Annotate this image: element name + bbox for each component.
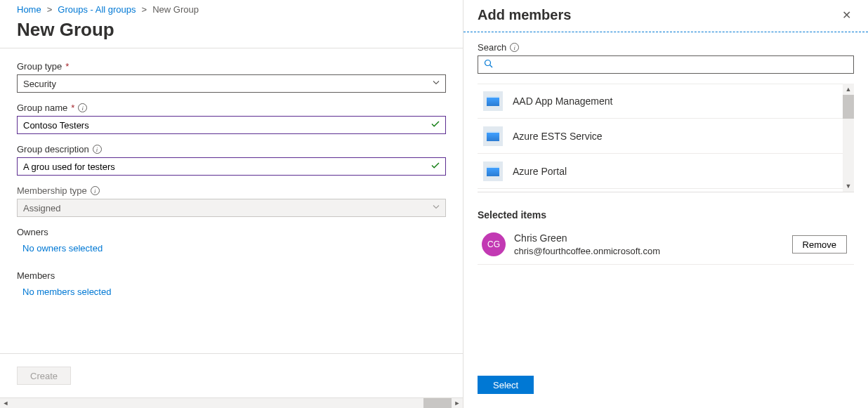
panel-title: Add members (478, 7, 571, 23)
group-type-label: Group type (17, 61, 62, 72)
result-name: Azure ESTS Service (513, 131, 603, 142)
result-name: Azure Portal (513, 166, 567, 177)
avatar: CG (482, 232, 506, 256)
selected-email: chris@fourthcoffee.onmicrosoft.com (514, 245, 792, 258)
check-icon (430, 119, 440, 131)
info-icon[interactable]: i (91, 186, 100, 195)
create-button[interactable]: Create (17, 367, 71, 385)
search-label: Search (478, 42, 506, 53)
owners-label: Owners (17, 227, 446, 237)
check-icon (430, 161, 440, 173)
horizontal-scrollbar[interactable]: ◄ ► (0, 397, 463, 408)
membership-type-label: Membership type (17, 185, 87, 196)
result-row[interactable]: Azure Portal (478, 154, 843, 189)
scroll-up-icon[interactable]: ▲ (843, 84, 854, 95)
page-title: New Group (0, 18, 463, 48)
breadcrumb-current: New Group (152, 4, 199, 15)
group-name-field[interactable] (17, 116, 446, 134)
group-type-select[interactable]: Security (17, 74, 446, 93)
breadcrumb: Home > Groups - All groups > New Group (0, 0, 463, 18)
app-icon (483, 162, 503, 181)
selected-name: Chris Green (514, 232, 792, 245)
scrollbar-thumb[interactable] (423, 398, 452, 408)
breadcrumb-home[interactable]: Home (17, 4, 41, 15)
search-input[interactable] (497, 59, 848, 71)
svg-line-1 (490, 65, 493, 68)
result-row[interactable]: Azure ESTS Service (478, 119, 843, 154)
required-marker: * (65, 61, 69, 72)
app-icon (483, 91, 503, 111)
search-icon (484, 59, 493, 70)
scroll-left-icon[interactable]: ◄ (0, 398, 11, 408)
remove-button[interactable]: Remove (792, 235, 847, 254)
scroll-right-icon[interactable]: ► (452, 398, 463, 408)
info-icon[interactable]: i (78, 103, 87, 112)
membership-type-value: Assigned (23, 203, 60, 213)
scrollbar-thumb[interactable] (843, 95, 854, 119)
chevron-right-icon: > (142, 4, 147, 15)
info-icon[interactable]: i (93, 145, 102, 154)
members-link[interactable]: No members selected (17, 285, 111, 297)
owners-link[interactable]: No owners selected (17, 242, 103, 254)
info-icon[interactable]: i (510, 43, 519, 52)
group-type-value: Security (23, 79, 56, 89)
result-row[interactable]: AAD App Management (478, 84, 843, 119)
search-input-container[interactable] (478, 55, 854, 74)
selected-item-row: CG Chris Green chris@fourthcoffee.onmicr… (478, 228, 854, 265)
group-desc-field[interactable] (17, 157, 446, 176)
scroll-down-icon[interactable]: ▼ (843, 180, 854, 192)
required-marker: * (71, 103, 74, 113)
members-label: Members (17, 270, 446, 281)
vertical-scrollbar[interactable]: ▲ ▼ (843, 84, 854, 192)
chevron-right-icon: > (47, 4, 53, 15)
selected-items-heading: Selected items (478, 209, 854, 221)
group-name-label: Group name (17, 103, 67, 113)
svg-point-0 (485, 60, 491, 66)
membership-type-select: Assigned (17, 199, 446, 217)
result-name: AAD App Management (513, 96, 612, 107)
breadcrumb-groups[interactable]: Groups - All groups (58, 4, 136, 15)
close-icon[interactable]: ✕ (839, 6, 854, 25)
group-desc-label: Group description (17, 144, 89, 154)
app-icon (483, 126, 503, 146)
select-button[interactable]: Select (478, 376, 534, 394)
